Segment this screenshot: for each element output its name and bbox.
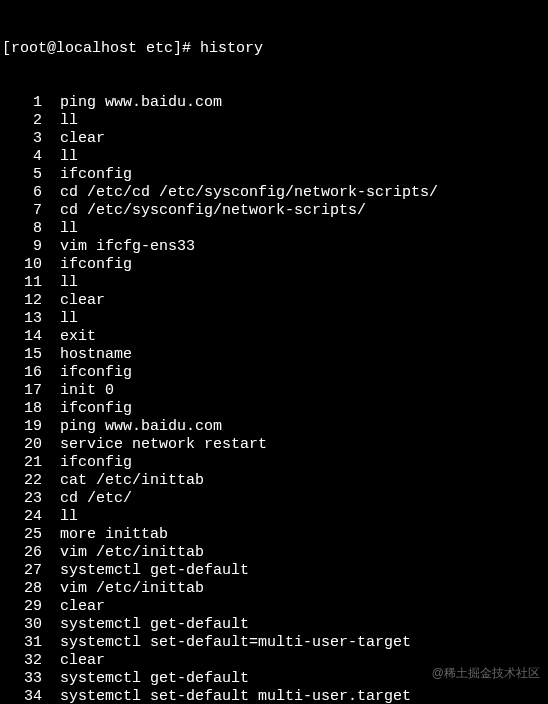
history-line: 27systemctl get-default [2,562,546,580]
history-line: 1ping www.baidu.com [2,94,546,112]
watermark-text: @稀土掘金技术社区 [432,664,540,682]
history-command: ifconfig [44,166,132,184]
history-command: cd /etc/ [44,490,132,508]
history-command: systemctl set-default multi-user.target [44,688,411,704]
history-command: clear [44,598,105,616]
history-command: service network restart [44,436,267,454]
history-line: 5ifconfig [2,166,546,184]
history-command: ping www.baidu.com [44,94,222,112]
history-line: 34systemctl set-default multi-user.targe… [2,688,546,704]
history-number: 19 [2,418,44,436]
history-line: 22cat /etc/inittab [2,472,546,490]
history-line: 15hostname [2,346,546,364]
history-line: 20service network restart [2,436,546,454]
history-command: cd /etc/cd /etc/sysconfig/network-script… [44,184,438,202]
history-command: ifconfig [44,400,132,418]
history-number: 15 [2,346,44,364]
history-number: 8 [2,220,44,238]
history-line: 24ll [2,508,546,526]
history-line: 21ifconfig [2,454,546,472]
history-line: 26vim /etc/inittab [2,544,546,562]
history-line: 25more inittab [2,526,546,544]
history-line: 7cd /etc/sysconfig/network-scripts/ [2,202,546,220]
history-line: 31systemctl set-default=multi-user-targe… [2,634,546,652]
history-command: clear [44,292,105,310]
history-number: 21 [2,454,44,472]
history-command: systemctl set-default=multi-user-target [44,634,411,652]
history-number: 13 [2,310,44,328]
history-number: 31 [2,634,44,652]
history-line: 14exit [2,328,546,346]
history-number: 28 [2,580,44,598]
history-command: systemctl get-default [44,562,249,580]
history-line: 12clear [2,292,546,310]
history-line: 9vim ifcfg-ens33 [2,238,546,256]
history-command: exit [44,328,96,346]
history-line: 19ping www.baidu.com [2,418,546,436]
history-command: hostname [44,346,132,364]
history-number: 7 [2,202,44,220]
history-line: 28vim /etc/inittab [2,580,546,598]
history-line: 6cd /etc/cd /etc/sysconfig/network-scrip… [2,184,546,202]
history-number: 16 [2,364,44,382]
history-command: systemctl get-default [44,616,249,634]
history-output: 1ping www.baidu.com2ll3clear4ll5ifconfig… [2,94,546,704]
history-number: 2 [2,112,44,130]
history-command: cd /etc/sysconfig/network-scripts/ [44,202,366,220]
history-number: 26 [2,544,44,562]
history-command: ll [44,274,78,292]
history-command: clear [44,130,105,148]
history-line: 3clear [2,130,546,148]
history-number: 27 [2,562,44,580]
shell-prompt: [root@localhost etc]# [2,40,191,58]
history-number: 6 [2,184,44,202]
history-line: 29clear [2,598,546,616]
history-line: 16ifconfig [2,364,546,382]
history-number: 4 [2,148,44,166]
history-line: 4ll [2,148,546,166]
history-command: ll [44,148,78,166]
history-command: vim ifcfg-ens33 [44,238,195,256]
history-command: ifconfig [44,256,132,274]
history-number: 11 [2,274,44,292]
history-number: 14 [2,328,44,346]
history-line: 8ll [2,220,546,238]
history-command: vim /etc/inittab [44,544,204,562]
prompt-line-top: [root@localhost etc]# history [2,40,546,58]
history-number: 29 [2,598,44,616]
history-number: 34 [2,688,44,704]
history-command: ll [44,310,78,328]
history-command: cat /etc/inittab [44,472,204,490]
history-command: init 0 [44,382,114,400]
typed-command: history [200,40,263,58]
terminal-output[interactable]: [root@localhost etc]# history 1ping www.… [2,4,546,704]
history-line: 13ll [2,310,546,328]
history-command: vim /etc/inittab [44,580,204,598]
history-command: systemctl get-default [44,670,249,688]
history-line: 18ifconfig [2,400,546,418]
history-number: 5 [2,166,44,184]
history-number: 3 [2,130,44,148]
history-number: 22 [2,472,44,490]
history-line: 11ll [2,274,546,292]
history-number: 12 [2,292,44,310]
history-number: 17 [2,382,44,400]
history-number: 25 [2,526,44,544]
history-number: 10 [2,256,44,274]
history-command: ll [44,112,78,130]
history-number: 23 [2,490,44,508]
history-line: 23cd /etc/ [2,490,546,508]
history-command: more inittab [44,526,168,544]
history-command: ping www.baidu.com [44,418,222,436]
history-command: clear [44,652,105,670]
history-number: 30 [2,616,44,634]
history-number: 1 [2,94,44,112]
history-command: ifconfig [44,454,132,472]
history-number: 32 [2,652,44,670]
history-line: 17init 0 [2,382,546,400]
history-command: ll [44,508,78,526]
history-number: 20 [2,436,44,454]
history-number: 33 [2,670,44,688]
history-line: 30systemctl get-default [2,616,546,634]
history-number: 24 [2,508,44,526]
